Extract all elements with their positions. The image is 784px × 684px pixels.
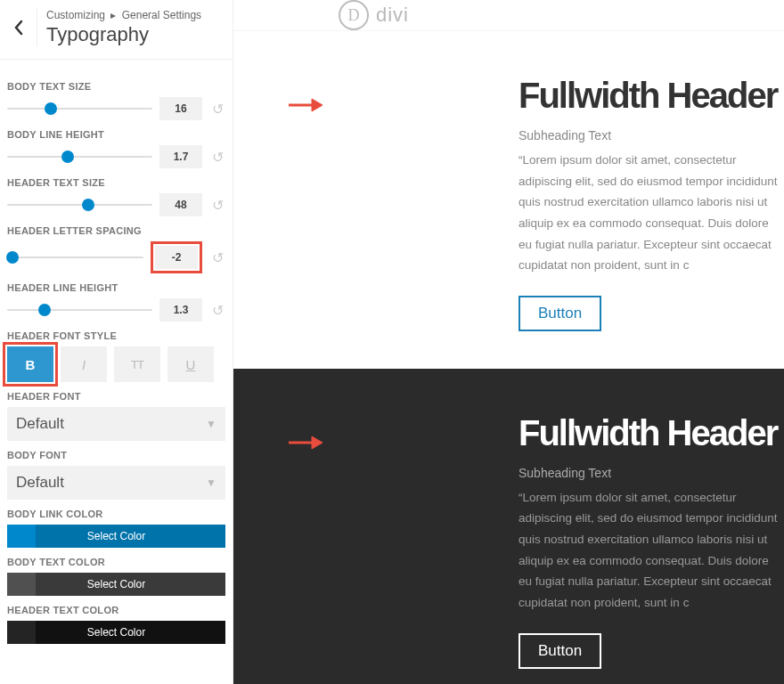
page-title: Typography (46, 23, 201, 46)
divi-logo-icon: D (339, 0, 369, 30)
arrow-right-icon (287, 435, 324, 454)
header-letter-spacing-label: HEADER LETTER SPACING (7, 225, 225, 236)
reset-icon[interactable]: ↺ (209, 101, 225, 117)
chevron-down-icon: ▼ (206, 476, 216, 489)
body-link-color-button[interactable]: Select Color (7, 525, 225, 548)
header-font-select[interactable]: Default ▼ (7, 407, 225, 441)
highlighted-value (151, 241, 202, 273)
header-text-size-label: HEADER TEXT SIZE (7, 177, 225, 188)
body-text-color-label: BODY TEXT COLOR (7, 557, 225, 567)
header-font-style-label: HEADER FONT STYLE (7, 330, 225, 341)
reset-icon[interactable]: ↺ (209, 197, 225, 213)
preview-heading: Fullwidth Header (519, 76, 784, 116)
header-letter-spacing-slider[interactable] (7, 250, 143, 265)
body-font-value: Default (16, 474, 64, 492)
reset-icon[interactable]: ↺ (209, 149, 225, 165)
panel-body: BODY TEXT SIZE ↺ BODY LINE HEIGHT ↺ HEAD… (0, 60, 233, 651)
preview-subheading: Subheading Text (519, 466, 784, 480)
body-line-height-input[interactable] (159, 145, 202, 168)
breadcrumb-separator-icon: ▸ (110, 9, 116, 21)
arrow-right-icon (287, 97, 324, 117)
body-font-select[interactable]: Default ▼ (7, 466, 225, 500)
header-line-height-slider[interactable] (7, 303, 152, 317)
preview-section-light: Fullwidth Header Subheading Text “Lorem … (233, 31, 784, 369)
body-text-size-input[interactable] (159, 97, 202, 120)
preview-section-dark: Fullwidth Header Subheading Text “Lorem … (233, 369, 784, 684)
customizer-panel: Customizing ▸ General Settings Typograph… (0, 0, 233, 684)
chevron-down-icon: ▼ (206, 418, 216, 430)
header-text-size-slider[interactable] (7, 198, 152, 212)
body-font-label: BODY FONT (7, 450, 225, 460)
preview-paragraph: “Lorem ipsum dolor sit amet, consectetur… (519, 150, 784, 276)
font-style-italic-button[interactable]: I (61, 346, 107, 382)
preview-button[interactable]: Button (519, 296, 601, 331)
chevron-left-icon (13, 20, 24, 36)
brand-name: divi (376, 4, 409, 27)
header-letter-spacing-input[interactable] (155, 246, 198, 269)
body-link-color-label: BODY LINK COLOR (7, 509, 225, 519)
header-text-color-button[interactable]: Select Color (7, 621, 225, 644)
preview-pane: D divi Fullwidth Header Subheading Text … (233, 0, 784, 684)
font-style-uppercase-button[interactable]: TT (114, 346, 160, 382)
font-style-bold-button[interactable]: B (7, 346, 53, 382)
preview-topbar: D divi (233, 0, 784, 31)
preview-paragraph: “Lorem ipsum dolor sit amet, consectetur… (519, 487, 784, 614)
panel-header: Customizing ▸ General Settings Typograph… (0, 0, 233, 60)
breadcrumb-parent: Customizing (46, 9, 105, 21)
body-text-color-button[interactable]: Select Color (7, 573, 225, 596)
body-text-size-label: BODY TEXT SIZE (7, 81, 225, 92)
body-text-size-slider[interactable] (7, 102, 152, 116)
preview-heading: Fullwidth Header (519, 413, 784, 453)
reset-icon[interactable]: ↺ (209, 302, 225, 318)
header-line-height-input[interactable] (159, 298, 202, 322)
body-line-height-label: BODY LINE HEIGHT (7, 129, 225, 140)
breadcrumb-current: General Settings (122, 9, 201, 21)
back-button[interactable] (0, 9, 37, 46)
font-style-underline-button[interactable]: U (167, 346, 214, 382)
header-line-height-label: HEADER LINE HEIGHT (7, 282, 225, 293)
breadcrumb: Customizing ▸ General Settings (46, 9, 201, 21)
header-font-label: HEADER FONT (7, 391, 225, 402)
header-text-size-input[interactable] (159, 193, 202, 216)
preview-button[interactable]: Button (519, 633, 601, 669)
body-line-height-slider[interactable] (7, 150, 152, 164)
preview-subheading: Subheading Text (519, 128, 784, 142)
header-text-color-label: HEADER TEXT COLOR (7, 605, 225, 615)
reset-icon[interactable]: ↺ (209, 249, 225, 265)
header-font-value: Default (16, 415, 64, 433)
